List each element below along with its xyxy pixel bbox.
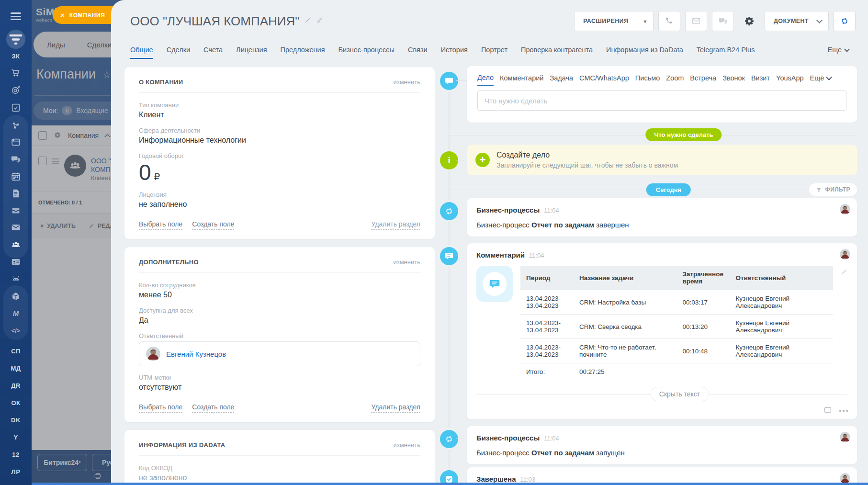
timeline-filter-button[interactable]: ФИЛЬТР [809,183,857,196]
document-button[interactable]: ДОКУМЕНТ [765,11,829,31]
sync-button[interactable] [834,11,856,31]
chevron-down-icon [826,74,832,80]
composer-tab-email[interactable]: Письмо [635,74,660,85]
tab-quotes[interactable]: Предложения [281,46,325,58]
timeline-entry-completed[interactable]: Завершена 11:03 [467,467,857,483]
tab-dadata-info[interactable]: Информация из DaData [606,46,683,58]
menu-toggle-button[interactable] [0,10,32,23]
app-sidebar: ЗК M </> СП МД ДR ОК DK Y 12 ЛР [0,0,32,485]
tab-general[interactable]: Общие [130,46,153,59]
tab-deals[interactable]: Сделки [167,46,190,58]
composer-tab-zoom[interactable]: Zoom [666,74,684,85]
tab-portrait[interactable]: Портрет [481,46,507,58]
timeline-entry-wrap: Бизнес-процессы 11:04 Бизнес-процесс Отч… [446,198,857,237]
choose-field-link[interactable]: Выбрать поле [139,402,182,413]
sidebar-item-dev[interactable]: </> [0,324,32,337]
plus-icon[interactable]: + [475,153,490,167]
bitrix24-crm-page: ЗК M </> СП МД ДR ОК DK Y 12 ЛР SiMiX we… [0,0,868,485]
delete-section-link[interactable]: Удалить раздел [371,402,420,413]
sidebar-item-y[interactable]: Y [0,430,32,444]
composer-tab-visit[interactable]: Визит [751,74,770,85]
email-button[interactable] [685,11,707,31]
sidebar-item-tasks[interactable] [0,101,32,114]
tab-business-processes[interactable]: Бизнес-процессы [338,46,395,58]
sidebar-item-md[interactable]: МД [0,361,32,375]
edit-section-link[interactable]: изменить [393,79,420,86]
edit-comment-pencil-icon[interactable] [840,269,847,278]
tab-counterparty-check[interactable]: Проверка контрагента [521,46,593,58]
sidebar-item-ok[interactable]: ОК [0,396,32,409]
sidebar-item-bot[interactable] [0,272,32,286]
comment-table-wrap: Период Название задачи Затраченное время… [520,266,847,380]
envelope-icon [11,222,21,233]
call-button[interactable] [658,11,680,31]
tab-history[interactable]: История [441,46,468,58]
timeline-entry-comment[interactable]: Комментарий 11:04 Период [467,243,857,419]
reply-comment-icon[interactable] [823,406,832,415]
hide-text-button[interactable]: Скрыть текст [650,387,709,401]
create-activity-banner[interactable]: + Создайте дело Запланируйте следующий ш… [467,145,857,175]
composer-tab-comment[interactable]: Комментарий [500,74,543,85]
todo-hint-pill[interactable]: Что нужно сделать [645,128,721,141]
tab-telegram[interactable]: Telegram.B24 Plus [697,46,755,58]
share-icon [11,120,21,131]
sidebar-item-catalog[interactable] [0,290,32,303]
sidebar-item-network[interactable] [0,119,32,132]
timeline-entry-bp-started[interactable]: Бизнес-процессы 11:04 Бизнес-процесс Отч… [467,426,857,464]
sidebar-item-dr[interactable]: ДR [0,379,32,392]
field-employees: Кол-во сотрудников менее 50 [139,282,420,299]
sidebar-item-marketing[interactable] [0,83,32,97]
cube-icon [11,291,21,302]
sidebar-item-shop[interactable] [0,66,32,79]
composer-tab-more[interactable]: Ещё [810,74,832,85]
composer-tab-activity[interactable]: Дело [477,74,494,86]
extensions-button[interactable]: РАСШИРЕНИЯ ▾ [574,11,654,31]
timeline-entry-bp-done[interactable]: Бизнес-процессы 11:04 Бизнес-процесс Отч… [467,198,857,237]
delete-section-link[interactable]: Удалить раздел [371,219,420,230]
create-field-link[interactable]: Создать поле [192,402,234,413]
choose-field-link[interactable]: Выбрать поле [139,219,182,230]
composer-tab-call[interactable]: Звонок [722,74,745,85]
composer-tab-sms[interactable]: СМС/WhatsApp [579,74,629,85]
tab-invoices[interactable]: Счета [203,46,223,58]
tab-more[interactable]: Еще [827,46,849,58]
comment-card-actions: ••• [823,406,849,415]
edit-title-pencil-icon[interactable] [304,17,311,26]
sidebar-item-messenger[interactable] [0,153,32,166]
responsible-user-link[interactable]: Евгений Кузнецов [166,350,226,358]
sidebar-item-dk[interactable]: DK [0,413,32,427]
responsible-user-box[interactable]: Евгений Кузнецов [139,341,420,366]
sidebar-item-market[interactable]: M [0,306,32,320]
sidebar-item-contact-card[interactable] [0,255,32,269]
caret-down-icon[interactable]: ▾ [637,18,653,25]
sidebar-item-docs[interactable] [0,187,32,200]
todo-input[interactable] [477,90,846,111]
sidebar-item-zk[interactable]: ЗК [0,49,32,63]
composer-tab-yousapp[interactable]: YousApp [776,74,804,85]
sidebar-item-clients[interactable] [0,238,32,251]
market-m-icon: M [13,309,19,317]
tab-license[interactable]: Лицензия [236,46,267,58]
sidebar-item-12[interactable]: 12 [0,448,32,461]
close-icon[interactable]: × [60,11,65,19]
tab-relations[interactable]: Связи [408,46,428,58]
sidebar-item-calendar[interactable] [0,170,32,183]
sidebar-item-sites[interactable] [0,135,32,149]
detail-header: ООО "ЛУЧШАЯ КОМПАНИЯ" РАСШИРЕНИЯ ▾ ДОКУМ… [130,8,856,34]
settings-button[interactable] [739,11,760,31]
edit-section-link[interactable]: изменить [393,441,420,449]
chat-button[interactable] [712,11,734,31]
today-pill[interactable]: Сегодня [646,183,691,196]
more-actions-icon[interactable]: ••• [839,406,849,415]
copy-link-icon[interactable] [316,16,324,26]
sidebar-item-crm[interactable] [6,30,25,49]
sidebar-item-mail[interactable] [0,221,32,234]
sidebar-item-sp[interactable]: СП [0,344,32,358]
field-company-type: Тип компании Клиент [139,102,420,119]
create-field-link[interactable]: Создать поле [192,219,234,230]
composer-tab-task[interactable]: Задача [550,74,573,85]
sidebar-item-lr[interactable]: ЛР [0,465,32,478]
sidebar-item-drive[interactable] [0,204,32,217]
composer-tab-meeting[interactable]: Встреча [690,74,716,85]
edit-section-link[interactable]: изменить [393,259,420,266]
